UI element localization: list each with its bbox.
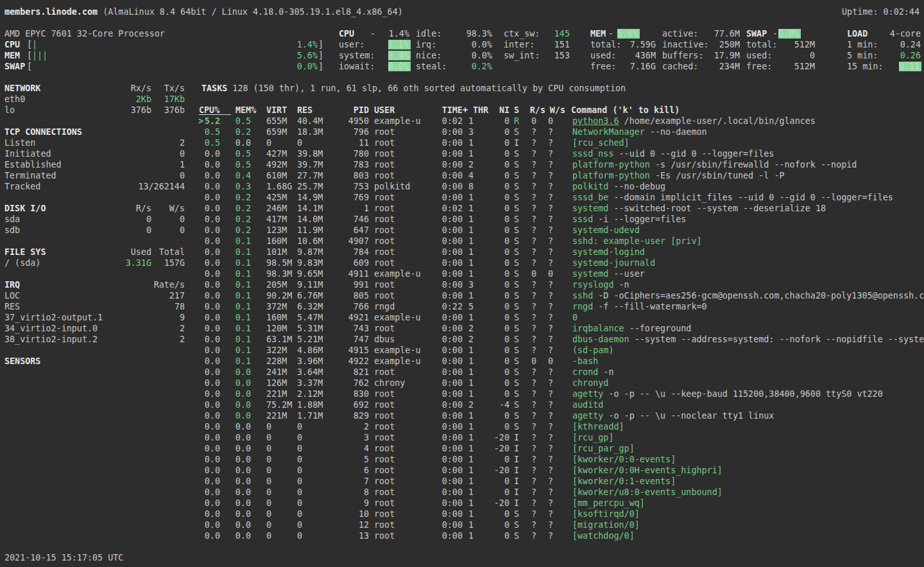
state: S <box>514 531 519 541</box>
mem-percent: 0.0 <box>235 378 251 388</box>
command-name: (sd-pam) <box>572 345 614 355</box>
bar-pipes: ||| <box>32 51 47 60</box>
cpu-percent: 0.5 <box>205 127 220 137</box>
ni-cell: -20 <box>491 432 509 443</box>
column-header: S <box>514 105 519 115</box>
mem-cell: 0.2 <box>229 214 251 225</box>
res: 39.8M <box>297 149 323 159</box>
res: 9.11M <box>297 280 323 290</box>
mem-percent: 0.1 <box>235 335 251 344</box>
nice: 0 <box>504 422 509 432</box>
ni-cell: 0 <box>491 170 509 181</box>
user: root <box>374 193 395 202</box>
res: 0 <box>297 455 302 464</box>
command-args: --uid 0 --gid 0 --logger=files <box>614 149 774 159</box>
mem-percent: 0.0 <box>235 487 251 497</box>
ni-cell: 0 <box>491 192 509 203</box>
process-table-header: CPU% <box>199 105 231 115</box>
quicklook-bar-pipes: ||| <box>32 50 47 61</box>
command-name: [watchdog/0] <box>572 531 635 541</box>
rs-cell: ? <box>519 498 536 509</box>
virt: 425M <box>266 193 287 202</box>
time: 0:00 <box>442 236 463 246</box>
time: 0:00 <box>442 160 463 170</box>
write-per-s: ? <box>548 149 553 159</box>
user-cell: root <box>374 137 395 148</box>
virt: 0 <box>266 487 271 497</box>
virt: 0 <box>266 444 271 453</box>
rs-cell: ? <box>519 519 536 530</box>
res: 4.86M <box>297 345 323 355</box>
virt: 610M <box>266 171 287 180</box>
thr: 1 <box>468 236 474 246</box>
res-cell: 6.76M <box>297 290 323 301</box>
state: S <box>514 422 519 432</box>
virt: 417M <box>266 214 287 224</box>
virt: 160M <box>266 313 287 322</box>
nice: 0 <box>504 411 509 421</box>
thr: 1 <box>468 487 474 497</box>
cpu-cell: 0.0 <box>200 225 220 236</box>
mem-percent: 0.0 <box>235 422 251 432</box>
time-cell: 0:00 <box>436 476 463 487</box>
thr-cell: 1 <box>468 367 474 378</box>
state: R <box>514 116 519 126</box>
res: 11.9M <box>297 225 323 235</box>
process-table-header: VIRT <box>266 105 287 116</box>
user: example-u <box>374 269 421 279</box>
quicklook-bar-value: 5.6% <box>273 50 318 61</box>
state: I <box>514 487 519 497</box>
stat-value: 7.16G <box>630 62 656 71</box>
time-cell: 0:00 <box>436 170 463 181</box>
mem-cell: 0.0 <box>229 498 251 509</box>
res-cell: 5.47M <box>297 312 323 323</box>
time: 0:00 <box>442 422 463 432</box>
time-cell: 0:00 <box>436 367 463 378</box>
user-cell: root <box>374 148 395 159</box>
thr-cell: 2 <box>468 159 474 170</box>
pid-cell: 762 <box>335 378 369 388</box>
user: root <box>374 247 395 257</box>
command-args: -i --logger=files <box>593 214 686 224</box>
process-table-header: NI <box>490 105 509 116</box>
row-value: 2 <box>180 138 185 148</box>
virt: 0 <box>266 520 271 530</box>
bar-percent: 0.0% <box>297 62 318 71</box>
time: 0:00 <box>442 466 463 475</box>
write-per-s: ? <box>548 204 553 213</box>
ni-cell: 0 <box>491 345 509 356</box>
time: 0:00 <box>442 411 463 421</box>
stat-value: 98.3% <box>466 29 492 39</box>
mem-cell: 0.1 <box>229 268 251 279</box>
column-header: TIME+ <box>442 105 468 115</box>
res-cell: 9.83M <box>297 257 323 268</box>
command-cell: [kworker/u8:0-events_unbound] <box>572 487 924 498</box>
ws-cell: ? <box>536 181 553 192</box>
command-name: agetty <box>572 389 603 399</box>
ws-cell: ? <box>536 509 553 519</box>
time-cell: 0:00 <box>436 247 463 257</box>
cpu-percent: 0.0 <box>205 520 220 530</box>
virt-cell: 0 <box>266 137 271 148</box>
user-cell: root <box>374 399 395 410</box>
command-cell: [rcu_gp] <box>572 432 924 443</box>
thr-cell: 3 <box>468 279 474 290</box>
mem-percent: 0.1 <box>235 302 251 311</box>
res: 10.6M <box>297 236 323 246</box>
cpu-cell: 0.0 <box>200 203 220 214</box>
s-cell: S <box>514 126 519 137</box>
write-per-s: ? <box>548 422 553 432</box>
sidebar-row-v2: 0 <box>128 214 185 225</box>
virt: 221M <box>266 389 287 399</box>
write-per-s: ? <box>548 345 553 355</box>
state: S <box>514 313 519 322</box>
time: 0:00 <box>442 193 463 202</box>
sidebar-row-v2: 13/262144 <box>128 181 185 192</box>
mem-cell: 0.1 <box>229 247 251 257</box>
rs-cell: ? <box>519 126 536 137</box>
stat-label: irq: <box>416 40 436 49</box>
thr: 1 <box>468 466 474 475</box>
thr-cell: 5 <box>468 301 474 312</box>
user-cell: root <box>374 257 395 268</box>
time: 0:00 <box>442 247 463 257</box>
